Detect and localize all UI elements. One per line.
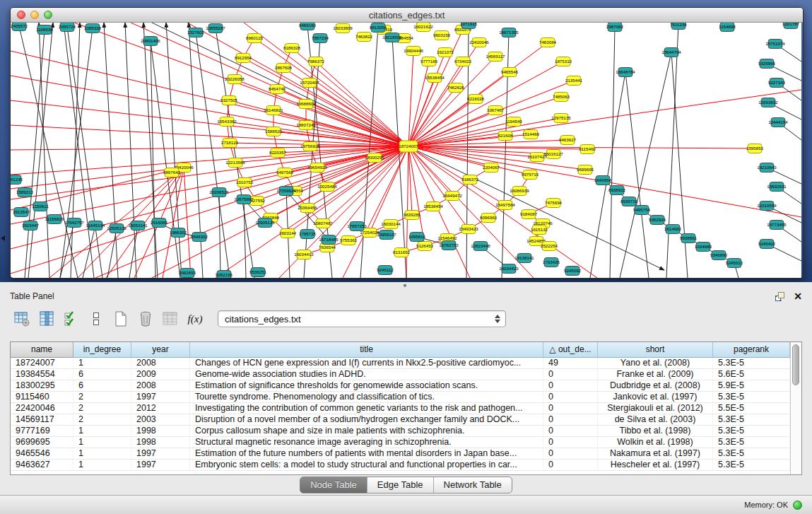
network-node[interactable]: 16210643 [757,163,777,173]
network-node[interactable]: 2987082 [606,23,624,32]
network-node[interactable]: 12505135 [107,224,126,233]
column-header-pagerank[interactable]: pagerank [713,342,790,358]
network-node[interactable]: 12975135 [551,114,571,123]
network-node[interactable]: 9329966 [758,59,776,69]
delete-column-button[interactable] [136,310,155,328]
network-node[interactable]: 9639285 [404,211,421,220]
column-header-title[interactable]: title [190,342,543,358]
network-node[interactable]: 16773455 [767,221,787,230]
network-node[interactable]: 2204067 [483,163,500,173]
network-node[interactable]: 15751074 [765,40,785,49]
table-row[interactable]: 1456911722003Disruption of a novel membe… [11,414,790,426]
network-node[interactable]: 1795725 [299,230,317,239]
table-row[interactable]: 969969511998Structural magnetic resonanc… [11,437,790,448]
network-node[interactable]: 20364456 [298,204,317,213]
network-node[interactable]: 8096963 [480,214,498,223]
network-node[interactable]: 18807249 [296,121,316,130]
table-vertical-scrollbar[interactable] [790,342,801,474]
network-node[interactable]: 12905135 [255,218,275,228]
network-node[interactable]: 7462626 [447,83,465,93]
network-node[interactable]: 9495754 [633,206,651,215]
table-row[interactable]: 1830029562008Estimation of significance … [11,380,790,392]
table-mode-button[interactable] [13,310,31,328]
network-node[interactable]: 15692931 [767,182,787,192]
network-node[interactable]: 2135441 [565,76,583,86]
network-node[interactable]: 9245112 [377,266,394,275]
network-node[interactable]: 10975887 [234,195,254,204]
network-node[interactable]: 2867608 [275,64,293,73]
network-node[interactable]: 14569117 [486,52,505,62]
network-node[interactable]: 9245402 [758,240,776,249]
network-node[interactable]: 7463822 [355,33,373,42]
network-node[interactable]: 16146821 [264,106,283,115]
table-row[interactable]: 2242004622012Investigating the contribut… [11,403,790,414]
network-node[interactable]: 8454749 [269,85,286,94]
scrollbar-thumb[interactable] [792,344,799,385]
network-node[interactable]: 10958107 [377,230,396,240]
network-node[interactable]: 3913547 [13,208,30,217]
network-node[interactable]: 1071915 [460,23,478,29]
minimize-window-button[interactable] [30,11,39,19]
network-node[interactable]: 1615132 [531,226,548,235]
network-node[interactable]: 1194549 [505,117,522,127]
network-node[interactable]: 12823448 [471,242,490,251]
network-node[interactable]: 9897642 [163,168,181,177]
network-node[interactable]: 9346890 [710,251,728,260]
network-node[interactable]: 6734023 [454,57,472,66]
network-node[interactable]: 1588520 [265,127,283,136]
network-node[interactable]: 9126453 [416,242,434,251]
network-node[interactable]: 9699695 [577,165,594,175]
network-node[interactable]: 8960123 [246,34,264,43]
network-node[interactable]: 9465546 [501,68,519,77]
show-columns-button[interactable] [37,310,56,328]
network-node[interactable]: 17359924 [276,187,296,196]
network-node[interactable]: 8912954 [235,54,252,63]
network-node[interactable]: 1621072 [437,48,454,57]
network-node[interactable]: 16671355 [499,28,519,37]
table-row[interactable]: 1872400712008Changes of HCN gene express… [11,358,790,369]
network-node[interactable]: 15644794 [661,48,681,57]
network-node[interactable]: 7511234 [670,23,687,30]
network-node[interactable]: 1986302 [170,228,187,238]
network-canvas[interactable]: 1872400789601238912954232260589327505165… [11,23,801,278]
float-panel-button[interactable] [775,291,785,302]
network-node[interactable]: 12093832 [758,98,778,107]
network-node[interactable]: 10688609 [296,100,316,109]
network-window-titlebar[interactable]: citations_edges.txt [11,8,803,23]
network-node[interactable]: 9777169 [420,57,438,66]
tab-network-table[interactable]: Network Table [434,477,512,493]
network-node[interactable]: 9115460 [579,145,596,154]
network-node[interactable]: 19218506 [382,33,402,42]
network-node[interactable]: 9184087 [520,210,538,219]
network-node[interactable]: 11645194 [86,221,105,230]
network-node[interactable]: 7475694 [545,199,563,208]
network-node[interactable]: 9536251 [249,268,267,277]
network-node[interactable]: 1514469 [522,130,540,139]
network-node[interactable]: 1221787 [782,23,800,29]
network-node[interactable]: 7485063 [553,93,570,102]
network-node[interactable]: 16033809 [333,24,353,33]
column-header-out_degree[interactable]: △ out_de... [543,342,598,358]
network-node[interactable]: 9227343 [768,78,786,88]
column-header-name[interactable]: name [11,342,73,358]
network-node[interactable]: 1095816 [408,233,426,242]
network-table-select[interactable]: citations_edges.txt [218,310,506,327]
network-node[interactable]: 1875310 [555,57,572,66]
network-node[interactable]: 15493423 [459,225,478,234]
network-node[interactable]: 16021622 [413,23,433,32]
network-node[interactable]: 8220357 [269,148,287,158]
network-node[interactable]: 9841235 [11,175,23,185]
network-node[interactable]: 9603158 [433,31,451,40]
network-node[interactable]: 18300295 [365,153,384,163]
tab-node-table[interactable]: Node Table [300,477,367,493]
network-node[interactable]: 15497584 [495,201,515,210]
network-node[interactable]: 7986372 [307,57,325,66]
unselect-columns-button[interactable] [87,310,105,328]
network-node[interactable]: 19904448 [404,47,423,56]
network-node[interactable]: 10310554 [757,201,777,211]
network-node[interactable]: 10025488 [317,182,337,192]
network-node[interactable]: 8466160 [299,23,317,30]
network-node[interactable]: 20891406 [141,37,160,46]
select-all-columns-button[interactable] [62,310,81,328]
network-node[interactable]: 15538454 [425,74,445,83]
